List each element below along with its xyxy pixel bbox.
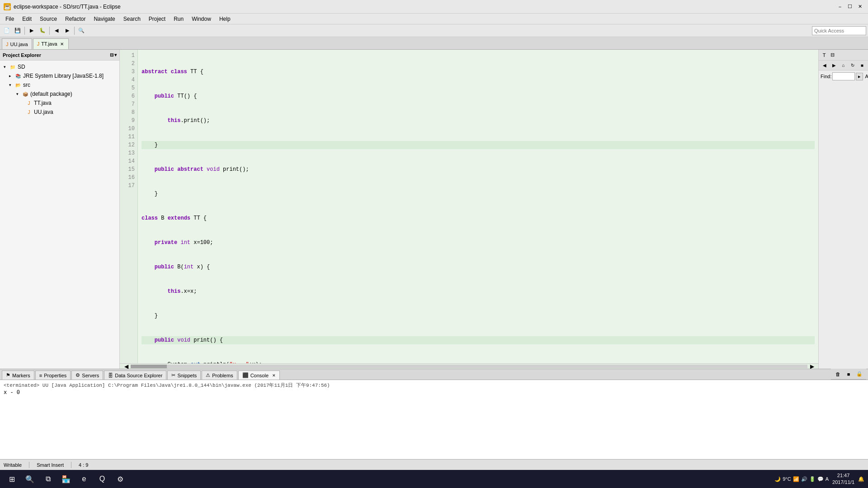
right-panel-btn1[interactable]: T [821, 52, 828, 59]
tab-console-close[interactable]: ✕ [272, 373, 276, 378]
code-line-1: abstract class TT { [142, 68, 815, 76]
tab-snippets-label: Snippets [177, 373, 197, 378]
scroll-track-h[interactable] [131, 365, 807, 368]
tree-icon-jre: 📚 [14, 72, 22, 80]
tab-snippets[interactable]: ✂ Snippets [167, 371, 201, 380]
tree-arrow-sd[interactable]: ▾ [4, 65, 9, 69]
sidebar-menu-icon[interactable]: ▾ [114, 52, 117, 57]
find-bar: Find: ▸ All ▸ [819, 70, 868, 82]
right-nav-home[interactable]: ⌂ [839, 61, 848, 70]
right-nav-refresh[interactable]: ↻ [849, 61, 857, 70]
menu-run[interactable]: Run [170, 15, 187, 23]
tree-icon-uu: J [25, 108, 33, 116]
sidebar-header-icons: ⊟ ▾ [110, 52, 117, 57]
right-nav-back[interactable]: ◀ [821, 61, 829, 70]
tree-item-sd[interactable]: ▾ 📁 SD [0, 62, 119, 71]
code-line-9: public B(int x) { [142, 263, 815, 271]
toolbar-sep2 [49, 27, 50, 35]
menu-file[interactable]: File [2, 15, 18, 23]
tree-item-default-package[interactable]: ▾ 📦 (default package) [0, 89, 119, 99]
taskbar-clock: 21:47 2017/11/1 [832, 472, 854, 486]
toolbar-back[interactable]: ◀ [52, 26, 61, 36]
status-sep1 [29, 462, 29, 468]
taskbar-cortana[interactable]: Q [94, 471, 110, 487]
tab-properties-icon: ≡ [39, 373, 42, 378]
menu-source[interactable]: Source [36, 15, 61, 23]
horizontal-scrollbar[interactable]: ◀ ▶ [120, 363, 818, 369]
toolbar-forward[interactable]: ▶ [62, 26, 72, 36]
minimize-button[interactable]: − [835, 2, 844, 11]
right-nav-forward[interactable]: ▶ [830, 61, 839, 70]
tab-uu-java[interactable]: J UU.java [2, 38, 32, 49]
right-nav-stop[interactable]: ■ [858, 61, 866, 70]
menu-refactor[interactable]: Refactor [61, 15, 89, 23]
code-line-5: public abstract void print(); [142, 165, 815, 174]
tab-datasource[interactable]: 🗄 Data Source Explorer [104, 371, 166, 380]
right-panel-btn2[interactable]: ⊟ [829, 52, 836, 59]
code-line-7: class B extends TT { [142, 214, 815, 222]
menu-window[interactable]: Window [188, 15, 215, 23]
tree-item-src[interactable]: ▾ 📂 src [0, 80, 119, 89]
taskbar-settings[interactable]: ⚙ [112, 471, 128, 487]
bottom-tabs: ⚑ Markers ≡ Properties ⚙ Servers 🗄 Data … [0, 369, 868, 380]
tray-battery-icon: 🔋 [809, 476, 816, 482]
close-button[interactable]: ✕ [855, 2, 864, 11]
menu-help[interactable]: Help [216, 15, 234, 23]
taskbar-ie[interactable]: 🏪 [58, 471, 74, 487]
sidebar-collapse-icon[interactable]: ⊟ [110, 52, 113, 57]
toolbar-debug[interactable]: 🐛 [38, 26, 47, 36]
tab-tt-java[interactable]: J TT.java ✕ [33, 38, 69, 49]
menu-edit[interactable]: Edit [19, 15, 35, 23]
maximize-button[interactable]: ☐ [845, 2, 854, 11]
taskbar-edge[interactable]: e [76, 471, 92, 487]
scroll-right-btn[interactable]: ▶ [807, 363, 816, 369]
taskbar-search[interactable]: 🔍 [22, 471, 38, 487]
tab-tt-close[interactable]: ✕ [59, 41, 65, 47]
menu-project[interactable]: Project [145, 15, 169, 23]
find-input[interactable] [832, 72, 855, 80]
tray-moon-icon: 🌙 [774, 476, 781, 482]
console-stop[interactable]: ■ [844, 369, 854, 379]
tree-arrow-jre[interactable]: ▸ [9, 74, 14, 78]
find-button[interactable]: ▸ [856, 73, 863, 80]
tree-arrow-src[interactable]: ▾ [9, 83, 14, 87]
console-scroll-lock[interactable]: 🔒 [854, 369, 864, 379]
taskbar-date: 2017/11/1 [832, 479, 854, 486]
window-controls: − ☐ ✕ [835, 2, 864, 11]
taskbar-notification[interactable]: 🔔 [858, 476, 864, 482]
toolbar-sep3 [74, 27, 75, 35]
sidebar-tree: ▾ 📁 SD ▸ 📚 JRE System Library [JavaSE-1.… [0, 61, 119, 369]
taskbar-right: 🌙 9°C 📶 🔊 🔋 💬 A 21:47 2017/11/1 🔔 [774, 472, 864, 486]
taskbar-taskview[interactable]: ⧉ [40, 471, 56, 487]
tab-uu-icon: J [6, 42, 9, 47]
tray-message-icon: 💬 [817, 476, 824, 482]
tree-item-jre[interactable]: ▸ 📚 JRE System Library [JavaSE-1.8] [0, 71, 119, 80]
tab-console[interactable]: ⬛ Console ✕ [238, 371, 280, 380]
editor-content[interactable]: 1234 5678 9101112 13141516 17 abstract c… [120, 50, 818, 363]
tree-item-uu[interactable]: J UU.java [0, 108, 119, 117]
toolbar-search[interactable]: 🔍 [76, 26, 86, 36]
console-clear[interactable]: 🗑 [833, 369, 843, 379]
toolbar-run[interactable]: ▶ [27, 26, 37, 36]
code-line-2: public TT() { [142, 92, 815, 100]
tray-network-icon: 📶 [793, 476, 799, 482]
menu-navigate[interactable]: Navigate [90, 15, 118, 23]
tree-arrow-pkg[interactable]: ▾ [16, 92, 22, 96]
tab-problems[interactable]: ⚠ Problems [202, 371, 237, 380]
tree-item-tt[interactable]: J TT.java [0, 99, 119, 108]
scroll-thumb-h[interactable] [131, 365, 167, 368]
tree-icon-pkg: 📦 [22, 90, 29, 98]
tab-tt-icon: J [37, 41, 40, 47]
tab-datasource-icon: 🗄 [108, 373, 113, 378]
tab-problems-label: Problems [212, 373, 233, 378]
tab-markers[interactable]: ⚑ Markers [2, 371, 34, 380]
tab-properties[interactable]: ≡ Properties [35, 371, 71, 380]
tab-servers[interactable]: ⚙ Servers [71, 371, 103, 380]
scroll-left-btn[interactable]: ◀ [122, 363, 131, 369]
taskbar-start[interactable]: ⊞ [4, 471, 20, 487]
toolbar-new[interactable]: 📄 [2, 26, 12, 36]
code-area: 1234 5678 9101112 13141516 17 abstract c… [120, 50, 818, 363]
toolbar-save[interactable]: 💾 [13, 26, 23, 36]
menu-search[interactable]: Search [120, 15, 144, 23]
quick-access-input[interactable] [812, 26, 866, 35]
